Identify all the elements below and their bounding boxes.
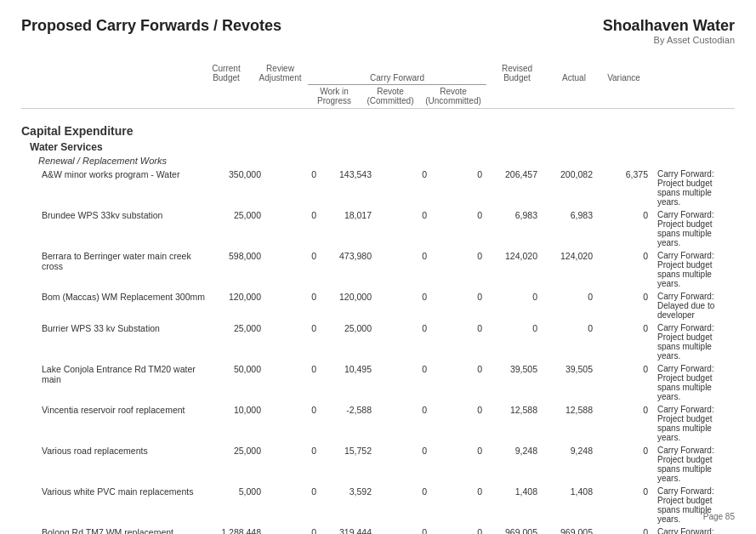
col-header-revised-budget: RevisedBudget (486, 62, 548, 84)
main-content: Capital Expenditure Water Services Renew… (21, 124, 735, 535)
table-row: Vincentia reservoir roof replacement 10,… (21, 403, 735, 444)
table-row: Bom (Maccas) WM Replacement 300mm 120,00… (21, 290, 735, 321)
col-header-work-in-progress: Work inProgress (308, 84, 361, 108)
table-row: Burrier WPS 33 kv Substation 25,000 0 25… (21, 321, 735, 362)
table-row: Various white PVC main replacements 5,00… (21, 485, 735, 525)
page-header: Proposed Carry Forwards / Revotes Shoalh… (21, 17, 735, 45)
org-sub: By Asset Custodian (603, 35, 735, 45)
page-footer: Page 85 (703, 512, 735, 521)
col-header-current-budget: CurrentBudget (200, 62, 253, 84)
sub-section-water-services: Water Services (21, 141, 735, 153)
table-row: A&W minor works program - Water 350,000 … (21, 168, 735, 208)
column-headers: CurrentBudget ReviewAdjustment Carry For… (21, 62, 735, 109)
org-name: Shoalhaven Water (603, 17, 735, 35)
table-row: Lake Conjola Entrance Rd TM20 water main… (21, 362, 735, 403)
page-number: Page 85 (703, 512, 735, 521)
col-header-variance: Variance (600, 62, 647, 84)
table-row: Brundee WPS 33kv substation 25,000 0 18,… (21, 208, 735, 249)
col-header-revote-uncommitted: Revote(Uncommitted) (420, 84, 486, 108)
col-header-review-adj: ReviewAdjustment (253, 62, 308, 84)
col-header-revote-committed: Revote(Committed) (361, 84, 420, 108)
table-row: Various road replacements 25,000 0 15,75… (21, 444, 735, 485)
row-label: A&W minor works program - Water (21, 168, 208, 208)
org-info: Shoalhaven Water By Asset Custodian (603, 17, 735, 45)
table-row: Bolong Rd TM7 WM replacement 1,288,448 0… (21, 525, 735, 535)
section-capital-expenditure: Capital Expenditure (21, 124, 735, 138)
data-table: A&W minor works program - Water 350,000 … (21, 168, 735, 535)
group-renewal-replacement: Renewal / Replacement Works (21, 156, 735, 166)
col-header-carry-forward-group: Carry Forward (308, 62, 486, 84)
col-header-actual: Actual (548, 62, 600, 84)
table-row: Berrara to Berringer water main creek cr… (21, 249, 735, 290)
page-title: Proposed Carry Forwards / Revotes (21, 17, 281, 35)
